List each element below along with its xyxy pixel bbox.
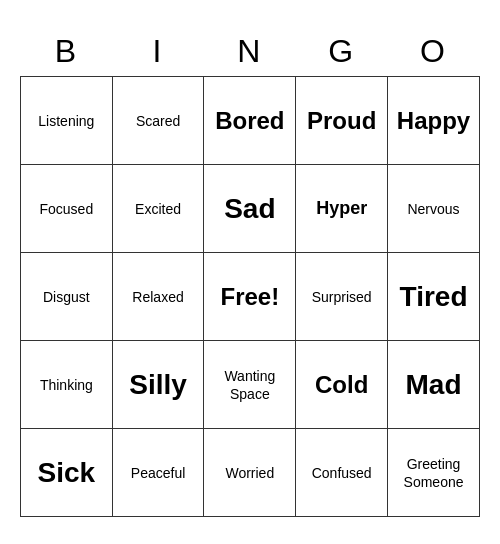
- cell-label: Relaxed: [132, 289, 183, 305]
- cell-label: Wanting Space: [224, 368, 275, 402]
- bingo-row: FocusedExcitedSadHyperNervous: [21, 165, 480, 253]
- cell-label: Thinking: [40, 377, 93, 393]
- bingo-cell: Peaceful: [112, 429, 204, 517]
- bingo-cell: Tired: [388, 253, 480, 341]
- bingo-cell: Proud: [296, 77, 388, 165]
- bingo-cell: Surprised: [296, 253, 388, 341]
- bingo-cell: Hyper: [296, 165, 388, 253]
- bingo-cell: Nervous: [388, 165, 480, 253]
- bingo-header: BINGO: [21, 27, 480, 77]
- cell-label: Peaceful: [131, 465, 185, 481]
- cell-label: Scared: [136, 113, 180, 129]
- cell-label: Proud: [307, 107, 376, 134]
- cell-label: Excited: [135, 201, 181, 217]
- bingo-cell: Mad: [388, 341, 480, 429]
- bingo-cell: Confused: [296, 429, 388, 517]
- bingo-cell: Greeting Someone: [388, 429, 480, 517]
- cell-label: Sick: [38, 457, 96, 488]
- bingo-cell: Sad: [204, 165, 296, 253]
- cell-label: Focused: [40, 201, 94, 217]
- bingo-cell: Scared: [112, 77, 204, 165]
- header-letter: G: [296, 27, 388, 77]
- bingo-cell: Worried: [204, 429, 296, 517]
- bingo-row: SickPeacefulWorriedConfusedGreeting Some…: [21, 429, 480, 517]
- cell-label: Listening: [38, 113, 94, 129]
- cell-label: Tired: [400, 281, 468, 312]
- bingo-cell: Relaxed: [112, 253, 204, 341]
- cell-label: Mad: [406, 369, 462, 400]
- cell-label: Cold: [315, 371, 368, 398]
- bingo-row: ThinkingSillyWanting SpaceColdMad: [21, 341, 480, 429]
- bingo-cell: Wanting Space: [204, 341, 296, 429]
- bingo-cell: Cold: [296, 341, 388, 429]
- header-letter: B: [21, 27, 113, 77]
- bingo-cell: Sick: [21, 429, 113, 517]
- header-letter: I: [112, 27, 204, 77]
- cell-label: Confused: [312, 465, 372, 481]
- cell-label: Silly: [129, 369, 187, 400]
- cell-label: Worried: [225, 465, 274, 481]
- cell-label: Nervous: [407, 201, 459, 217]
- bingo-cell: Silly: [112, 341, 204, 429]
- cell-label: Disgust: [43, 289, 90, 305]
- cell-label: Sad: [224, 193, 275, 224]
- bingo-cell: Listening: [21, 77, 113, 165]
- bingo-cell: Free!: [204, 253, 296, 341]
- cell-label: Bored: [215, 107, 284, 134]
- bingo-row: DisgustRelaxedFree!SurprisedTired: [21, 253, 480, 341]
- header-letter: O: [388, 27, 480, 77]
- bingo-card: BINGO ListeningScaredBoredProudHappyFocu…: [20, 27, 480, 517]
- cell-label: Free!: [220, 283, 279, 310]
- cell-label: Surprised: [312, 289, 372, 305]
- bingo-cell: Disgust: [21, 253, 113, 341]
- bingo-cell: Happy: [388, 77, 480, 165]
- bingo-cell: Excited: [112, 165, 204, 253]
- cell-label: Greeting Someone: [404, 456, 464, 490]
- header-letter: N: [204, 27, 296, 77]
- bingo-cell: Bored: [204, 77, 296, 165]
- cell-label: Happy: [397, 107, 470, 134]
- bingo-cell: Thinking: [21, 341, 113, 429]
- cell-label: Hyper: [316, 198, 367, 218]
- bingo-row: ListeningScaredBoredProudHappy: [21, 77, 480, 165]
- bingo-cell: Focused: [21, 165, 113, 253]
